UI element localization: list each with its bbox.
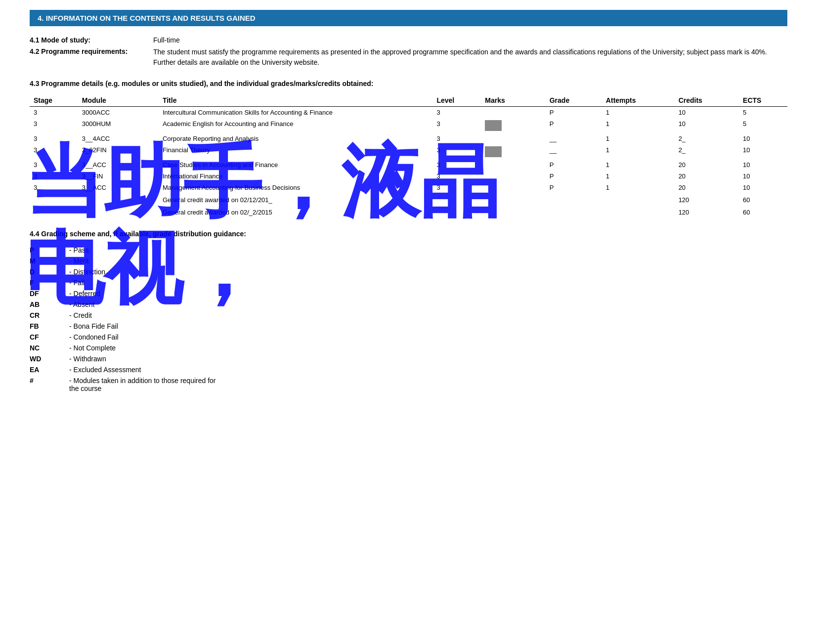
grade-desc: - Modules taken in addition to those req… (69, 375, 217, 394)
section-header: 4. INFORMATION ON THE CONTENTS AND RESUL… (30, 10, 787, 26)
grading-subtitle: 4.4 Grading scheme and, if available, gr… (30, 230, 787, 238)
grading-row: CR- Credit (30, 310, 217, 321)
table-row: 33__ACCManagement Accounting for Busines… (30, 182, 787, 193)
prog-value: The student must satisfy the programme r… (153, 47, 787, 68)
grade-desc: - Distinction (69, 266, 217, 277)
table-row: 33000ACCIntercultural Communication Skil… (30, 107, 787, 119)
grading-row: F- Fail (30, 277, 217, 288)
grade-code: CF (30, 332, 69, 343)
grade-code: FB (30, 321, 69, 332)
grading-row: CF- Condoned Fail (30, 332, 217, 343)
table-row: 33_62FINFinancial Theory3__12_10 (30, 144, 787, 159)
grade-desc: - Condoned Fail (69, 332, 217, 343)
col-header-title: Title (159, 94, 432, 107)
marks-box (485, 120, 502, 131)
table-row: 33__4ACCCorporate Reporting and Analysis… (30, 133, 787, 144)
grade-code: WD (30, 353, 69, 364)
grade-code: AB (30, 299, 69, 310)
total-row: General credit awarded on 02/12/201_1206… (30, 193, 787, 206)
marks-box (485, 146, 502, 157)
table-row: 33000HUMAcademic English for Accounting … (30, 118, 787, 133)
programme-requirements-row: 4.2 Programme requirements: The student … (30, 47, 787, 68)
mode-of-study-row: 4.1 Mode of study: Full-time (30, 36, 787, 44)
grade-code: CR (30, 310, 69, 321)
grading-row: WD- Withdrawn (30, 353, 217, 364)
grade-desc: - Fail (69, 277, 217, 288)
col-header-credits: Credits (675, 94, 739, 107)
grade-code: D (30, 266, 69, 277)
grade-code: NC (30, 343, 69, 353)
table-subtitle: 4.3 Programme details (e.g. modules or u… (30, 80, 787, 87)
grade-code: M (30, 256, 69, 266)
grading-row: AB- Absent (30, 299, 217, 310)
grading-row: DF- Deferred (30, 288, 217, 299)
prog-label: 4.2 Programme requirements: (30, 47, 153, 57)
col-header-ects: ECTS (739, 94, 787, 107)
grade-code: EA (30, 364, 69, 375)
col-header-attempts: Attempts (602, 94, 675, 107)
grading-row: M- Merit (30, 256, 217, 266)
col-header-module: Module (78, 94, 159, 107)
grade-desc: - Not Complete (69, 343, 217, 353)
grading-row: NC- Not Complete (30, 343, 217, 353)
grade-code: # (30, 375, 69, 394)
col-header-grade: Grade (546, 94, 602, 107)
col-header-level: Level (432, 94, 481, 107)
table-row: 33__ACCCase Studies in Accounting and Fi… (30, 159, 787, 171)
mode-value: Full-time (153, 36, 787, 44)
grading-row: P- Pass (30, 245, 217, 256)
grading-table: P- PassM- MeritD- DistinctionF- FailDF- … (30, 245, 217, 394)
col-header-stage: Stage (30, 94, 78, 107)
grade-desc: - Deferred (69, 288, 217, 299)
grading-row: #- Modules taken in addition to those re… (30, 375, 217, 394)
grade-code: P (30, 245, 69, 256)
mode-label: 4.1 Mode of study: (30, 36, 153, 44)
grading-section: 4.4 Grading scheme and, if available, gr… (30, 230, 787, 394)
grade-desc: - Merit (69, 256, 217, 266)
grading-row: FB- Bona Fide Fail (30, 321, 217, 332)
grading-row: D- Distinction (30, 266, 217, 277)
grade-desc: - Bona Fide Fail (69, 321, 217, 332)
grade-desc: - Credit (69, 310, 217, 321)
grade-code: DF (30, 288, 69, 299)
grade-desc: - Excluded Assessment (69, 364, 217, 375)
col-header-marks: Marks (481, 94, 545, 107)
table-row: 33__FINInternational Finance3P12010 (30, 171, 787, 182)
grading-row: EA- Excluded Assessment (30, 364, 217, 375)
results-table: Stage Module Title Level Marks Grade Att… (30, 94, 787, 218)
grade-code: F (30, 277, 69, 288)
total-row: General credit awarded on 02/_2/20151206… (30, 206, 787, 218)
grade-desc: - Withdrawn (69, 353, 217, 364)
grade-desc: - Pass (69, 245, 217, 256)
grade-desc: - Absent (69, 299, 217, 310)
